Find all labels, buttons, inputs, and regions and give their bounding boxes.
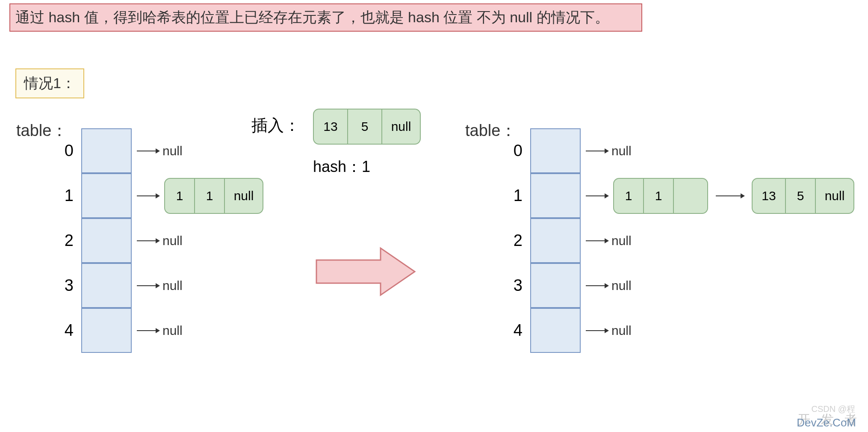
index-cell: 2: [505, 231, 530, 250]
index-cell: 1: [56, 186, 81, 205]
null-text: null: [611, 234, 632, 248]
node-next: null: [816, 179, 853, 213]
left-hash-table: 0 null 1 1 1 null 2 null 3 null: [56, 128, 263, 353]
svg-marker-5: [156, 238, 160, 243]
node-next: null: [225, 179, 263, 213]
case-label: 情况1：: [15, 68, 84, 98]
bucket: [530, 263, 581, 308]
node-key: 1: [165, 179, 195, 213]
svg-marker-7: [156, 283, 160, 288]
node-value: 5: [786, 179, 816, 213]
arrow-icon: [137, 326, 160, 335]
bucket: [81, 218, 132, 263]
bucket: [530, 218, 581, 263]
null-text: null: [162, 278, 183, 293]
insert-node: 13 5 null: [313, 109, 421, 145]
hash-label: hash：1: [313, 157, 370, 178]
table-row: 4 null: [505, 308, 854, 353]
node-key: 1: [614, 179, 644, 213]
index-cell: 2: [56, 231, 81, 250]
node-next: null: [382, 109, 420, 144]
index-cell: 4: [505, 321, 530, 340]
svg-marker-14: [605, 193, 609, 198]
table-row: 3 null: [56, 263, 263, 308]
bucket: [530, 173, 581, 218]
description-box: 通过 hash 值，得到哈希表的位置上已经存在元素了，也就是 hash 位置 不…: [9, 3, 642, 32]
node-key: 13: [753, 179, 786, 213]
index-cell: 0: [505, 142, 530, 160]
hash-node: 13 5 null: [752, 178, 854, 214]
bucket: [81, 263, 132, 308]
null-text: null: [162, 144, 183, 158]
arrow-icon: [137, 281, 160, 290]
table-row: 1 1 1 null: [56, 173, 263, 218]
arrow-icon: [137, 147, 160, 155]
index-cell: 4: [56, 321, 81, 340]
svg-marker-16: [741, 193, 745, 198]
table-row: 0 null: [505, 128, 854, 173]
index-cell: 3: [505, 276, 530, 295]
right-hash-table: 0 null 1 1 1 13 5 null 2 n: [505, 128, 854, 353]
svg-marker-18: [605, 238, 609, 243]
table-row: 4 null: [56, 308, 263, 353]
bucket: [81, 173, 132, 218]
node-value: 1: [644, 179, 674, 213]
table-row: 2 null: [505, 218, 854, 263]
svg-marker-1: [156, 148, 160, 154]
watermark-devze: DevZe.CoM: [797, 416, 856, 429]
arrow-icon: [586, 147, 609, 155]
arrow-icon: [586, 281, 609, 290]
bucket: [530, 308, 581, 353]
node-key: 13: [314, 109, 348, 144]
svg-marker-20: [605, 283, 609, 288]
index-cell: 3: [56, 276, 81, 295]
hash-node: 1 1 null: [164, 178, 263, 214]
table-row: 3 null: [505, 263, 854, 308]
null-text: null: [611, 278, 632, 293]
svg-marker-12: [605, 148, 609, 154]
hash-label-text: hash：1: [313, 158, 370, 175]
insert-label: 插入：: [251, 115, 300, 136]
null-text: null: [162, 234, 183, 248]
table-row: 0 null: [56, 128, 263, 173]
arrow-icon: [586, 237, 609, 245]
arrow-icon: [586, 192, 609, 200]
svg-marker-22: [605, 328, 609, 333]
node-next: [674, 179, 707, 213]
arrow-icon: [586, 326, 609, 335]
table-row: 1 1 1 13 5 null: [505, 173, 854, 218]
null-text: null: [162, 323, 183, 338]
svg-marker-9: [156, 328, 160, 333]
svg-marker-3: [156, 193, 160, 198]
svg-marker-10: [316, 248, 415, 295]
hash-node: 1 1: [613, 178, 708, 214]
bucket: [81, 308, 132, 353]
node-value: 5: [348, 109, 382, 144]
index-cell: 0: [56, 142, 81, 160]
arrow-icon: [137, 192, 160, 200]
insert-label-text: 插入：: [251, 116, 300, 134]
node-value: 1: [195, 179, 225, 213]
index-cell: 1: [505, 186, 530, 205]
case-label-text: 情况1：: [24, 75, 76, 91]
description-text: 通过 hash 值，得到哈希表的位置上已经存在元素了，也就是 hash 位置 不…: [15, 8, 609, 27]
arrow-icon: [716, 192, 746, 200]
null-text: null: [611, 323, 632, 338]
bucket: [530, 128, 581, 173]
null-text: null: [611, 144, 632, 158]
arrow-icon: [137, 237, 160, 245]
table-row: 2 null: [56, 218, 263, 263]
big-arrow-icon: [312, 244, 419, 301]
bucket: [81, 128, 132, 173]
